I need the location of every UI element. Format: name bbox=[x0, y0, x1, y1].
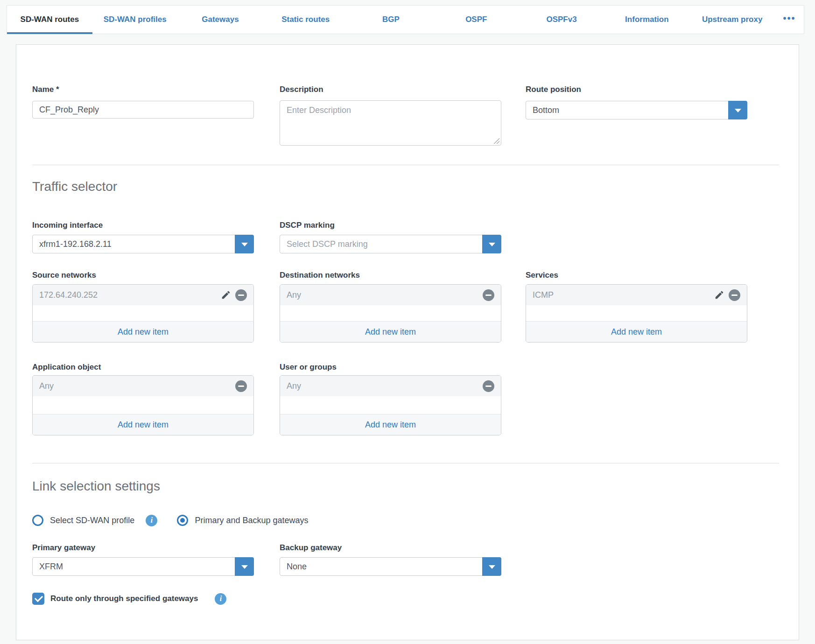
destination-networks-box: Any Add new item bbox=[280, 284, 501, 343]
item-value: Any bbox=[39, 381, 235, 391]
item-actions bbox=[714, 289, 740, 301]
user-or-groups-label: User or groups bbox=[280, 363, 337, 372]
required-marker: * bbox=[56, 85, 59, 94]
incoming-interface-label: Incoming interface bbox=[32, 221, 103, 230]
item-value: 172.64.240.252 bbox=[39, 290, 221, 300]
description-label: Description bbox=[280, 85, 323, 94]
application-object-box: Any Add new item bbox=[32, 375, 254, 435]
radio-select-sdwan-profile[interactable] bbox=[32, 515, 43, 526]
edit-icon[interactable] bbox=[221, 290, 231, 300]
source-networks-label: Source networks bbox=[32, 271, 96, 280]
add-new-item-button[interactable]: Add new item bbox=[33, 414, 253, 435]
list-item: ICMP bbox=[526, 285, 747, 305]
dropdown-arrow-button[interactable] bbox=[235, 235, 254, 253]
dropdown-arrow-button[interactable] bbox=[728, 101, 747, 119]
edit-icon[interactable] bbox=[714, 290, 724, 300]
list-spacer bbox=[33, 396, 253, 414]
route-position-dropdown[interactable]: Bottom bbox=[526, 101, 747, 119]
remove-icon[interactable] bbox=[235, 289, 247, 301]
page: SD-WAN routes SD-WAN profiles Gateways S… bbox=[0, 0, 815, 644]
tab-static-routes[interactable]: Static routes bbox=[263, 6, 348, 34]
primary-gateway-dropdown[interactable]: XFRM bbox=[32, 557, 254, 576]
dscp-marking-label: DSCP marking bbox=[280, 221, 335, 230]
chevron-down-icon bbox=[489, 243, 495, 246]
item-actions bbox=[483, 380, 494, 392]
list-item: 172.64.240.252 bbox=[33, 285, 253, 305]
description-textarea[interactable] bbox=[280, 100, 501, 146]
list-item: Any bbox=[33, 376, 253, 396]
chevron-down-icon bbox=[489, 565, 495, 569]
add-new-item-button[interactable]: Add new item bbox=[526, 321, 747, 342]
radio-primary-backup-gateways[interactable] bbox=[177, 515, 188, 526]
item-actions bbox=[235, 380, 247, 392]
item-value: Any bbox=[287, 290, 483, 300]
tab-information[interactable]: Information bbox=[604, 6, 689, 34]
backup-gateway-value: None bbox=[287, 558, 307, 575]
tab-ospf[interactable]: OSPF bbox=[434, 6, 519, 34]
dscp-marking-dropdown[interactable]: Select DSCP marking bbox=[280, 235, 501, 253]
dropdown-arrow-button[interactable] bbox=[482, 557, 501, 576]
link-selection-radio-group: Select SD-WAN profile i Primary and Back… bbox=[32, 514, 309, 526]
tab-sdwan-routes[interactable]: SD-WAN routes bbox=[7, 6, 92, 34]
list-spacer bbox=[280, 305, 501, 321]
route-position-value: Bottom bbox=[533, 101, 559, 119]
link-selection-heading: Link selection settings bbox=[32, 479, 160, 494]
traffic-selector-heading: Traffic selector bbox=[32, 179, 117, 194]
info-icon[interactable]: i bbox=[215, 593, 226, 605]
chevron-down-icon bbox=[241, 243, 248, 246]
services-box: ICMP Add new item bbox=[526, 284, 747, 343]
route-only-label: Route only through specified gateways bbox=[50, 594, 198, 603]
add-new-item-button[interactable]: Add new item bbox=[280, 414, 501, 435]
remove-icon[interactable] bbox=[729, 289, 740, 301]
route-only-row: Route only through specified gateways i bbox=[32, 593, 226, 605]
dscp-marking-value: Select DSCP marking bbox=[287, 235, 368, 253]
name-input[interactable] bbox=[32, 101, 254, 119]
description-field-wrap bbox=[280, 100, 501, 146]
incoming-interface-dropdown[interactable]: xfrm1-192.168.2.11 bbox=[32, 235, 254, 253]
name-label: Name * bbox=[32, 85, 59, 94]
tabs-more-button[interactable]: ••• bbox=[775, 6, 804, 34]
tab-gateways[interactable]: Gateways bbox=[178, 6, 263, 34]
tab-bar: SD-WAN routes SD-WAN profiles Gateways S… bbox=[7, 5, 804, 34]
sdwan-route-form-panel: Name * Description Route position Bottom… bbox=[16, 44, 799, 640]
remove-icon[interactable] bbox=[235, 380, 247, 392]
item-value: ICMP bbox=[533, 290, 714, 300]
incoming-interface-value: xfrm1-192.168.2.11 bbox=[39, 235, 112, 253]
route-only-checkbox[interactable] bbox=[32, 593, 44, 605]
primary-gateway-value: XFRM bbox=[39, 558, 63, 575]
item-value: Any bbox=[287, 381, 483, 391]
primary-gateway-label: Primary gateway bbox=[32, 543, 95, 553]
list-spacer bbox=[33, 305, 253, 321]
chevron-down-icon bbox=[241, 565, 248, 569]
item-actions bbox=[221, 289, 247, 301]
tab-upstream-proxy[interactable]: Upstream proxy bbox=[689, 6, 775, 34]
dropdown-arrow-button[interactable] bbox=[235, 557, 254, 576]
source-networks-box: 172.64.240.252 Add new item bbox=[32, 284, 254, 343]
dropdown-arrow-button[interactable] bbox=[482, 235, 501, 253]
info-icon[interactable]: i bbox=[146, 515, 157, 526]
remove-icon[interactable] bbox=[483, 380, 494, 392]
route-position-label: Route position bbox=[526, 85, 581, 94]
tab-ospfv3[interactable]: OSPFv3 bbox=[519, 6, 604, 34]
backup-gateway-dropdown[interactable]: None bbox=[280, 557, 501, 576]
radio-primary-backup-gateways-label: Primary and Backup gateways bbox=[195, 516, 308, 525]
destination-networks-label: Destination networks bbox=[280, 271, 360, 280]
chevron-down-icon bbox=[735, 109, 741, 112]
application-object-label: Application object bbox=[32, 363, 101, 372]
list-item: Any bbox=[280, 285, 501, 305]
list-spacer bbox=[526, 305, 747, 321]
list-item: Any bbox=[280, 376, 501, 396]
radio-select-sdwan-profile-label: Select SD-WAN profile bbox=[50, 516, 134, 525]
user-or-groups-box: Any Add new item bbox=[280, 375, 501, 435]
services-label: Services bbox=[526, 271, 558, 280]
backup-gateway-label: Backup gateway bbox=[280, 543, 342, 553]
add-new-item-button[interactable]: Add new item bbox=[33, 321, 253, 342]
add-new-item-button[interactable]: Add new item bbox=[280, 321, 501, 342]
item-actions bbox=[483, 289, 494, 301]
tab-bgp[interactable]: BGP bbox=[348, 6, 434, 34]
tab-sdwan-profiles[interactable]: SD-WAN profiles bbox=[92, 6, 178, 34]
section-divider bbox=[32, 165, 779, 165]
section-divider bbox=[32, 463, 779, 463]
list-spacer bbox=[280, 396, 501, 414]
remove-icon[interactable] bbox=[483, 289, 494, 301]
